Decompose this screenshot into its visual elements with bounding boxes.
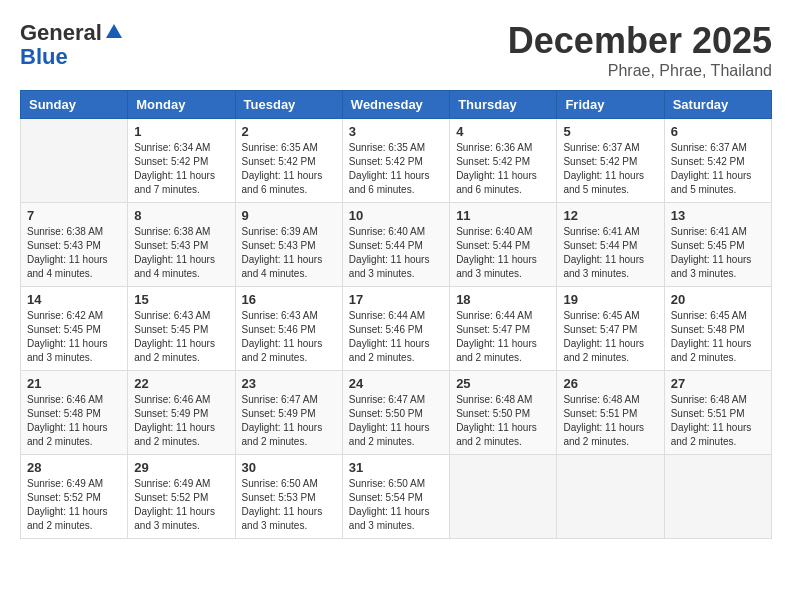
- day-number: 24: [349, 376, 443, 391]
- weekday-header: Thursday: [450, 91, 557, 119]
- calendar-cell: 16Sunrise: 6:43 AMSunset: 5:46 PMDayligh…: [235, 287, 342, 371]
- day-number: 26: [563, 376, 657, 391]
- calendar-cell: 26Sunrise: 6:48 AMSunset: 5:51 PMDayligh…: [557, 371, 664, 455]
- calendar-cell: 19Sunrise: 6:45 AMSunset: 5:47 PMDayligh…: [557, 287, 664, 371]
- calendar-cell: 4Sunrise: 6:36 AMSunset: 5:42 PMDaylight…: [450, 119, 557, 203]
- day-info: Sunrise: 6:47 AMSunset: 5:50 PMDaylight:…: [349, 393, 443, 449]
- day-number: 4: [456, 124, 550, 139]
- day-number: 14: [27, 292, 121, 307]
- calendar-cell: 5Sunrise: 6:37 AMSunset: 5:42 PMDaylight…: [557, 119, 664, 203]
- day-info: Sunrise: 6:48 AMSunset: 5:50 PMDaylight:…: [456, 393, 550, 449]
- calendar-cell: 6Sunrise: 6:37 AMSunset: 5:42 PMDaylight…: [664, 119, 771, 203]
- weekday-header: Saturday: [664, 91, 771, 119]
- calendar-cell: 29Sunrise: 6:49 AMSunset: 5:52 PMDayligh…: [128, 455, 235, 539]
- month-year-title: December 2025: [508, 20, 772, 62]
- day-info: Sunrise: 6:41 AMSunset: 5:44 PMDaylight:…: [563, 225, 657, 281]
- day-info: Sunrise: 6:35 AMSunset: 5:42 PMDaylight:…: [242, 141, 336, 197]
- day-number: 1: [134, 124, 228, 139]
- calendar-cell: 1Sunrise: 6:34 AMSunset: 5:42 PMDaylight…: [128, 119, 235, 203]
- calendar-cell: [450, 455, 557, 539]
- weekday-header: Friday: [557, 91, 664, 119]
- calendar-cell: [21, 119, 128, 203]
- day-info: Sunrise: 6:49 AMSunset: 5:52 PMDaylight:…: [27, 477, 121, 533]
- day-info: Sunrise: 6:43 AMSunset: 5:45 PMDaylight:…: [134, 309, 228, 365]
- day-info: Sunrise: 6:46 AMSunset: 5:49 PMDaylight:…: [134, 393, 228, 449]
- day-number: 27: [671, 376, 765, 391]
- day-info: Sunrise: 6:35 AMSunset: 5:42 PMDaylight:…: [349, 141, 443, 197]
- day-number: 9: [242, 208, 336, 223]
- logo-triangle-icon: [106, 24, 122, 38]
- calendar-cell: 2Sunrise: 6:35 AMSunset: 5:42 PMDaylight…: [235, 119, 342, 203]
- day-info: Sunrise: 6:39 AMSunset: 5:43 PMDaylight:…: [242, 225, 336, 281]
- day-info: Sunrise: 6:48 AMSunset: 5:51 PMDaylight:…: [563, 393, 657, 449]
- day-info: Sunrise: 6:50 AMSunset: 5:53 PMDaylight:…: [242, 477, 336, 533]
- day-number: 5: [563, 124, 657, 139]
- day-number: 13: [671, 208, 765, 223]
- calendar-cell: 24Sunrise: 6:47 AMSunset: 5:50 PMDayligh…: [342, 371, 449, 455]
- calendar-week-row: 28Sunrise: 6:49 AMSunset: 5:52 PMDayligh…: [21, 455, 772, 539]
- day-number: 23: [242, 376, 336, 391]
- day-number: 20: [671, 292, 765, 307]
- logo-general-text: General: [20, 20, 102, 46]
- day-info: Sunrise: 6:42 AMSunset: 5:45 PMDaylight:…: [27, 309, 121, 365]
- calendar-cell: 9Sunrise: 6:39 AMSunset: 5:43 PMDaylight…: [235, 203, 342, 287]
- day-info: Sunrise: 6:49 AMSunset: 5:52 PMDaylight:…: [134, 477, 228, 533]
- calendar-week-row: 21Sunrise: 6:46 AMSunset: 5:48 PMDayligh…: [21, 371, 772, 455]
- day-info: Sunrise: 6:37 AMSunset: 5:42 PMDaylight:…: [671, 141, 765, 197]
- day-number: 18: [456, 292, 550, 307]
- calendar-cell: 10Sunrise: 6:40 AMSunset: 5:44 PMDayligh…: [342, 203, 449, 287]
- day-info: Sunrise: 6:44 AMSunset: 5:46 PMDaylight:…: [349, 309, 443, 365]
- day-number: 2: [242, 124, 336, 139]
- day-info: Sunrise: 6:40 AMSunset: 5:44 PMDaylight:…: [456, 225, 550, 281]
- day-number: 29: [134, 460, 228, 475]
- calendar-cell: 31Sunrise: 6:50 AMSunset: 5:54 PMDayligh…: [342, 455, 449, 539]
- day-info: Sunrise: 6:48 AMSunset: 5:51 PMDaylight:…: [671, 393, 765, 449]
- day-info: Sunrise: 6:45 AMSunset: 5:48 PMDaylight:…: [671, 309, 765, 365]
- day-number: 6: [671, 124, 765, 139]
- day-number: 16: [242, 292, 336, 307]
- calendar-cell: 22Sunrise: 6:46 AMSunset: 5:49 PMDayligh…: [128, 371, 235, 455]
- calendar-cell: [664, 455, 771, 539]
- calendar-cell: 23Sunrise: 6:47 AMSunset: 5:49 PMDayligh…: [235, 371, 342, 455]
- day-info: Sunrise: 6:45 AMSunset: 5:47 PMDaylight:…: [563, 309, 657, 365]
- day-info: Sunrise: 6:44 AMSunset: 5:47 PMDaylight:…: [456, 309, 550, 365]
- day-number: 28: [27, 460, 121, 475]
- day-number: 31: [349, 460, 443, 475]
- day-info: Sunrise: 6:36 AMSunset: 5:42 PMDaylight:…: [456, 141, 550, 197]
- calendar-cell: 12Sunrise: 6:41 AMSunset: 5:44 PMDayligh…: [557, 203, 664, 287]
- day-info: Sunrise: 6:38 AMSunset: 5:43 PMDaylight:…: [134, 225, 228, 281]
- logo-blue-text: Blue: [20, 46, 68, 68]
- day-number: 7: [27, 208, 121, 223]
- calendar-cell: 27Sunrise: 6:48 AMSunset: 5:51 PMDayligh…: [664, 371, 771, 455]
- calendar-week-row: 1Sunrise: 6:34 AMSunset: 5:42 PMDaylight…: [21, 119, 772, 203]
- title-block: December 2025 Phrae, Phrae, Thailand: [508, 20, 772, 80]
- day-info: Sunrise: 6:43 AMSunset: 5:46 PMDaylight:…: [242, 309, 336, 365]
- calendar-cell: 18Sunrise: 6:44 AMSunset: 5:47 PMDayligh…: [450, 287, 557, 371]
- calendar-cell: [557, 455, 664, 539]
- calendar-cell: 14Sunrise: 6:42 AMSunset: 5:45 PMDayligh…: [21, 287, 128, 371]
- weekday-header: Sunday: [21, 91, 128, 119]
- day-number: 19: [563, 292, 657, 307]
- day-info: Sunrise: 6:37 AMSunset: 5:42 PMDaylight:…: [563, 141, 657, 197]
- calendar-week-row: 7Sunrise: 6:38 AMSunset: 5:43 PMDaylight…: [21, 203, 772, 287]
- day-number: 11: [456, 208, 550, 223]
- calendar-cell: 21Sunrise: 6:46 AMSunset: 5:48 PMDayligh…: [21, 371, 128, 455]
- calendar-cell: 11Sunrise: 6:40 AMSunset: 5:44 PMDayligh…: [450, 203, 557, 287]
- calendar-cell: 30Sunrise: 6:50 AMSunset: 5:53 PMDayligh…: [235, 455, 342, 539]
- day-number: 3: [349, 124, 443, 139]
- day-info: Sunrise: 6:46 AMSunset: 5:48 PMDaylight:…: [27, 393, 121, 449]
- day-number: 10: [349, 208, 443, 223]
- day-number: 12: [563, 208, 657, 223]
- calendar-table: SundayMondayTuesdayWednesdayThursdayFrid…: [20, 90, 772, 539]
- day-number: 22: [134, 376, 228, 391]
- day-number: 15: [134, 292, 228, 307]
- logo: General Blue: [20, 20, 122, 68]
- day-info: Sunrise: 6:50 AMSunset: 5:54 PMDaylight:…: [349, 477, 443, 533]
- location-subtitle: Phrae, Phrae, Thailand: [508, 62, 772, 80]
- calendar-cell: 3Sunrise: 6:35 AMSunset: 5:42 PMDaylight…: [342, 119, 449, 203]
- calendar-week-row: 14Sunrise: 6:42 AMSunset: 5:45 PMDayligh…: [21, 287, 772, 371]
- calendar-cell: 15Sunrise: 6:43 AMSunset: 5:45 PMDayligh…: [128, 287, 235, 371]
- day-number: 8: [134, 208, 228, 223]
- day-info: Sunrise: 6:34 AMSunset: 5:42 PMDaylight:…: [134, 141, 228, 197]
- calendar-cell: 28Sunrise: 6:49 AMSunset: 5:52 PMDayligh…: [21, 455, 128, 539]
